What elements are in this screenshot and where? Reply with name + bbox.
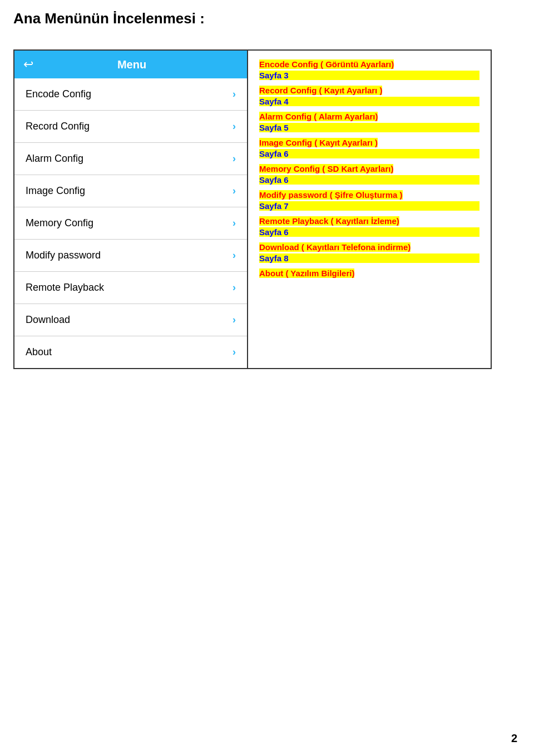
remote-playback-chevron: › [233,282,236,294]
right-panel: Encode Config ( Görüntü Ayarları) Sayfa … [248,51,491,368]
menu-item-memory-config[interactable]: Memory Config › [14,207,247,240]
record-config-chevron: › [233,121,236,132]
alarm-config-label: Alarm Config [26,153,83,165]
download-chevron: › [233,314,236,326]
info-block-memory: Memory Config ( SD Kart Ayarları) Sayfa … [259,164,479,185]
image-config-chevron: › [233,185,236,197]
about-label: About [26,346,52,358]
page-title: Ana Menünün İncelenmesi : [0,0,534,33]
encode-config-label: Encode Config [26,88,91,100]
menu-item-download[interactable]: Download › [14,304,247,336]
main-container: ↩ Menu Encode Config › Record Config › A… [13,49,492,369]
info-page-image: Sayfa 6 [259,149,479,158]
left-panel: ↩ Menu Encode Config › Record Config › A… [14,51,248,368]
info-title-alarm: Alarm Config ( Alarm Ayarları) [259,112,378,121]
download-label: Download [26,314,70,326]
info-block-remote: Remote Playback ( Kayıtları İzleme) Sayf… [259,216,479,237]
encode-config-chevron: › [233,88,236,100]
alarm-config-chevron: › [233,153,236,165]
info-page-encode: Sayfa 3 [259,71,479,80]
info-block-modify: Modify password ( Şifre Oluşturma ) Sayf… [259,190,479,211]
menu-item-image-config[interactable]: Image Config › [14,175,247,207]
image-config-label: Image Config [26,185,85,197]
memory-config-chevron: › [233,217,236,229]
info-title-modify: Modify password ( Şifre Oluşturma ) [259,190,403,200]
info-title-about: About ( Yazılım Bilgileri) [259,268,354,278]
menu-item-record-config[interactable]: Record Config › [14,111,247,143]
menu-item-alarm-config[interactable]: Alarm Config › [14,143,247,175]
menu-item-remote-playback[interactable]: Remote Playback › [14,272,247,304]
remote-playback-label: Remote Playback [26,282,104,294]
modify-password-label: Modify password [26,250,101,261]
menu-item-encode-config[interactable]: Encode Config › [14,78,247,111]
page-number: 2 [511,732,517,745]
modify-password-chevron: › [233,250,236,261]
info-title-image: Image Config ( Kayıt Ayarları ) [259,138,378,147]
info-page-alarm: Sayfa 5 [259,123,479,132]
info-title-record: Record Config ( Kayıt Ayarları ) [259,86,382,95]
info-title-memory: Memory Config ( SD Kart Ayarları) [259,164,393,173]
info-block-record: Record Config ( Kayıt Ayarları ) Sayfa 4 [259,86,479,106]
menu-header: ↩ Menu [14,51,247,78]
info-block-encode: Encode Config ( Görüntü Ayarları) Sayfa … [259,59,479,80]
info-block-image: Image Config ( Kayıt Ayarları ) Sayfa 6 [259,138,479,158]
memory-config-label: Memory Config [26,217,93,229]
info-title-remote: Remote Playback ( Kayıtları İzleme) [259,216,399,226]
back-icon[interactable]: ↩ [23,57,33,72]
info-page-modify: Sayfa 7 [259,201,479,211]
info-block-about: About ( Yazılım Bilgileri) [259,268,479,278]
info-title-encode: Encode Config ( Görüntü Ayarları) [259,59,394,69]
about-chevron: › [233,346,236,358]
menu-item-modify-password[interactable]: Modify password › [14,240,247,272]
info-block-alarm: Alarm Config ( Alarm Ayarları) Sayfa 5 [259,112,479,132]
info-page-download: Sayfa 8 [259,253,479,263]
info-page-memory: Sayfa 6 [259,175,479,185]
info-title-download: Download ( Kayıtları Telefona indirme) [259,242,411,252]
menu-item-about[interactable]: About › [14,336,247,368]
info-page-remote: Sayfa 6 [259,227,479,237]
record-config-label: Record Config [26,121,90,132]
info-block-download: Download ( Kayıtları Telefona indirme) S… [259,242,479,263]
info-page-record: Sayfa 4 [259,97,479,106]
menu-title-label: Menu [42,58,221,71]
